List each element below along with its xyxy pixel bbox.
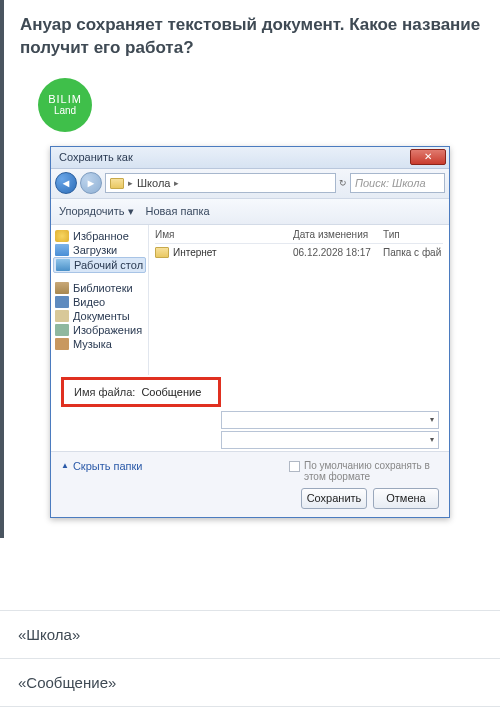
organize-button[interactable]: Упорядочить ▾ (59, 205, 134, 218)
refresh-icon[interactable]: ↻ (339, 178, 347, 188)
chevron-icon: ▸ (174, 178, 179, 188)
dialog-body: Избранное Загрузки Рабочий стол Библиоте… (51, 225, 449, 375)
desktop-icon (56, 259, 70, 271)
chevron-up-icon: ▲ (61, 461, 69, 470)
cancel-button[interactable]: Отмена (373, 488, 439, 509)
answer-options: «Школа» «Сообщение» «Интернет» «Рабочий … (0, 610, 500, 719)
footer-right: По умолчанию сохранять в этом формате Со… (289, 460, 439, 509)
filename-value[interactable]: Сообщение (141, 386, 201, 398)
location-folder: Школа (137, 177, 170, 189)
file-list: Имя Дата изменения Тип Интернет 06.12.20… (149, 225, 449, 375)
chevron-down-icon: ▾ (430, 415, 434, 424)
filetype-dropdown[interactable]: ▾ (221, 431, 439, 449)
search-placeholder: Поиск: Школа (355, 177, 426, 189)
titlebar: Сохранить как ✕ (51, 147, 449, 169)
star-icon (55, 230, 69, 242)
location-bar[interactable]: ▸ Школа ▸ (105, 173, 336, 193)
documents-icon (55, 310, 69, 322)
library-icon (55, 282, 69, 294)
dialog-title: Сохранить как (59, 151, 133, 163)
save-button[interactable]: Сохранить (301, 488, 367, 509)
hide-folders-toggle[interactable]: ▲ Скрыть папки (61, 460, 143, 472)
question-text: Ануар сохраняет текстовый документ. Како… (20, 14, 484, 60)
button-row: Сохранить Отмена (301, 488, 439, 509)
logo-line-2: Land (54, 105, 76, 116)
list-row[interactable]: Интернет 06.12.2028 18:17 Папка с фай (155, 244, 443, 261)
answer-option-1[interactable]: «Школа» (0, 610, 500, 658)
tree-music[interactable]: Музыка (53, 337, 146, 351)
chevron-icon: ▸ (128, 178, 133, 188)
tree-downloads[interactable]: Загрузки (53, 243, 146, 257)
nav-bar: ◄ ► ▸ Школа ▸ ↻ Поиск: Школа (51, 169, 449, 199)
logo-line-1: BILIM (48, 93, 82, 105)
forward-button[interactable]: ► (80, 172, 102, 194)
close-button[interactable]: ✕ (410, 149, 446, 165)
bilim-land-logo: BILIM Land (38, 78, 92, 132)
row-date: 06.12.2028 18:17 (293, 247, 383, 258)
question-container: Ануар сохраняет текстовый документ. Како… (0, 0, 500, 538)
answer-option-2[interactable]: «Сообщение» (0, 658, 500, 706)
default-format-checkbox[interactable]: По умолчанию сохранять в этом формате (289, 460, 439, 482)
chevron-down-icon: ▾ (430, 435, 434, 444)
folder-icon (110, 178, 124, 189)
list-header: Имя Дата изменения Тип (155, 229, 443, 244)
tree-desktop[interactable]: Рабочий стол (53, 257, 146, 273)
back-button[interactable]: ◄ (55, 172, 77, 194)
row-name: Интернет (173, 247, 217, 258)
tree-images[interactable]: Изображения (53, 323, 146, 337)
filename-highlight: Имя файла: Сообщение (61, 377, 221, 407)
tree-libraries[interactable]: Библиотеки (53, 281, 146, 295)
col-name[interactable]: Имя (155, 229, 293, 240)
filename-label: Имя файла: (74, 386, 135, 398)
tree-favorites[interactable]: Избранное (53, 229, 146, 243)
folder-tree: Избранное Загрузки Рабочий стол Библиоте… (51, 225, 149, 375)
tree-video[interactable]: Видео (53, 295, 146, 309)
save-as-dialog: Сохранить как ✕ ◄ ► ▸ Школа ▸ ↻ Поиск: Ш… (50, 146, 450, 518)
search-input[interactable]: Поиск: Школа (350, 173, 445, 193)
checkbox-icon (289, 461, 300, 472)
dialog-footer: ▲ Скрыть папки По умолчанию сохранять в … (51, 451, 449, 517)
images-icon (55, 324, 69, 336)
music-icon (55, 338, 69, 350)
new-folder-button[interactable]: Новая папка (146, 205, 210, 217)
toolbar: Упорядочить ▾ Новая папка (51, 199, 449, 225)
col-date[interactable]: Дата изменения (293, 229, 383, 240)
col-type[interactable]: Тип (383, 229, 443, 240)
folder-icon (55, 244, 69, 256)
filename-dropdown[interactable]: ▾ (221, 411, 439, 429)
answer-option-3[interactable]: «Интернет» (0, 706, 500, 719)
video-icon (55, 296, 69, 308)
folder-icon (155, 247, 169, 258)
row-type: Папка с фай (383, 247, 443, 258)
tree-documents[interactable]: Документы (53, 309, 146, 323)
